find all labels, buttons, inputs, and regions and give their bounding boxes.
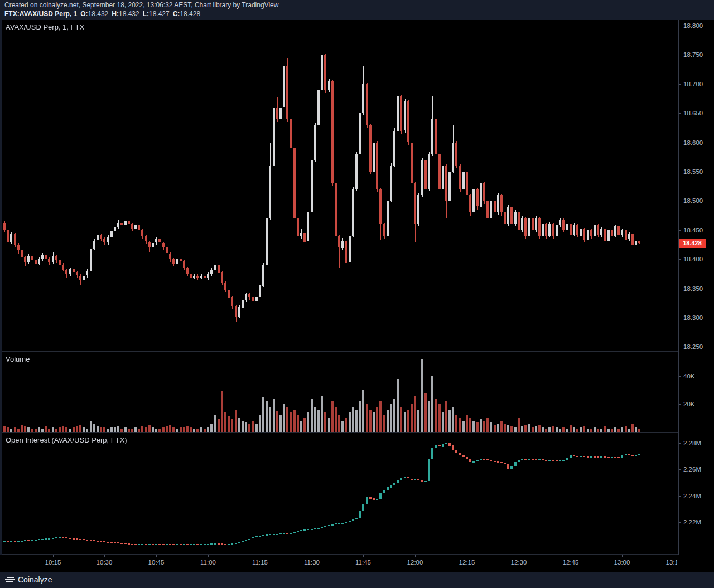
price-axis-label-tick: [679, 318, 681, 318]
price-axis-label: 18.300: [683, 314, 703, 322]
time-axis-tick: [260, 555, 260, 557]
price-axis-label-tick: [679, 172, 681, 172]
time-axis-tick: [519, 555, 519, 557]
price-axis-label: 18.550: [683, 168, 703, 176]
time-axis-tick: [363, 555, 364, 557]
price-axis-label: 18.250: [683, 343, 703, 351]
price-axis-label: 18.500: [683, 197, 703, 205]
created-line: Created on coinalyze.net, September 18, …: [4, 1, 714, 9]
coinalyze-brand-label[interactable]: Coinalyze: [18, 575, 52, 584]
symbol-interval-label: FTX:AVAX/USD Perp, 1: [4, 10, 77, 18]
time-axis-label: 11:45: [351, 559, 375, 566]
time-axis-tick: [571, 555, 571, 557]
time-axis-label: 11:00: [196, 559, 220, 566]
time-axis-labels: 10:1510:3010:4511:0011:1511:3011:4512:00…: [2, 555, 677, 572]
time-axis-label: 13:15: [662, 559, 677, 566]
volume-axis-label-tick: [679, 404, 681, 405]
time-axis-tick: [208, 555, 209, 557]
open-value: 18.432: [88, 10, 109, 18]
left-margin-strip: [0, 20, 2, 555]
price-axis-label-tick: [679, 26, 681, 26]
volume-pane-title: Volume: [6, 355, 30, 363]
oi-axis-label: 2.28M: [683, 439, 701, 447]
price-axis-label: 18.350: [683, 285, 703, 293]
symbol-ohlc-line: FTX:AVAX/USD Perp, 1O:18.432H:18.432L:18…: [4, 9, 714, 18]
price-pane-title: AVAX/USD Perp, 1, FTX: [6, 23, 84, 31]
time-axis-label: 11:15: [248, 559, 272, 566]
price-axis-label: 18.650: [683, 109, 703, 117]
time-axis-tick: [53, 555, 54, 557]
time-axis-tick: [156, 555, 157, 557]
oi-axis-label: 2.22M: [683, 518, 701, 526]
close-label: C:: [173, 10, 180, 18]
time-axis[interactable]: 10:1510:3010:4511:0011:1511:3011:4512:00…: [0, 555, 714, 572]
low-value: 18.427: [149, 10, 170, 18]
low-label: L:: [143, 10, 149, 18]
price-axis-label-tick: [679, 113, 681, 114]
chart-root: AVAX/USD Perp, 1, FTX Volume Open Intere…: [0, 20, 714, 571]
time-axis-label: 12:45: [558, 559, 583, 566]
time-axis-tick: [467, 555, 467, 557]
time-axis-label: 10:30: [92, 559, 117, 566]
open-interest-pane-title: Open Interest (AVAX/USD Perp, FTX): [6, 436, 127, 444]
last-price-badge: 18.428: [679, 239, 706, 248]
coinalyze-logo-icon[interactable]: [5, 576, 15, 583]
price-pane-canvas[interactable]: [2, 20, 678, 351]
time-axis-label: 10:45: [144, 559, 168, 566]
price-axis-label: 18.450: [683, 226, 703, 234]
time-axis-tick: [674, 555, 674, 557]
chart-header: Created on coinalyze.net, September 18, …: [0, 0, 714, 20]
price-axis-label-tick: [679, 84, 681, 85]
time-axis-label: 12:15: [455, 559, 479, 566]
oi-axis-label: 2.26M: [683, 465, 701, 473]
high-value: 18.432: [119, 10, 139, 18]
price-axis-label-tick: [679, 55, 681, 55]
price-axis-label: 18.800: [683, 22, 703, 30]
oi-axis-label-tick: [679, 469, 681, 470]
price-axis-label: 18.400: [683, 255, 703, 263]
oi-axis-label-tick: [679, 522, 681, 523]
time-axis-tick: [104, 555, 105, 557]
price-axis-label: 18.600: [683, 139, 703, 147]
oi-axis-label-tick: [679, 496, 681, 497]
open-interest-pane-canvas[interactable]: [2, 433, 678, 554]
time-axis-tick: [415, 555, 416, 557]
time-axis-label: 10:15: [41, 559, 65, 566]
volume-axis-label: 40K: [683, 372, 694, 380]
oi-axis-label-tick: [679, 443, 681, 444]
footer-bar: Coinalyze: [0, 571, 714, 588]
price-axis-label-tick: [679, 289, 681, 289]
volume-axis-label: 20K: [683, 400, 694, 408]
time-axis-label: 12:00: [403, 559, 427, 566]
volume-axis-label-tick: [679, 376, 681, 377]
price-axis-label-tick: [679, 347, 681, 347]
oi-axis-label: 2.24M: [683, 492, 701, 500]
time-axis-label: 13:00: [610, 559, 634, 566]
high-label: H:: [112, 10, 119, 18]
price-axis-label-tick: [679, 143, 681, 143]
time-axis-tick: [312, 555, 312, 557]
time-axis-tick: [622, 555, 623, 557]
price-axis[interactable]: 18.428 18.80018.75018.70018.65018.60018.…: [678, 20, 714, 555]
price-axis-label-tick: [679, 259, 681, 260]
time-axis-label: 12:30: [506, 559, 531, 566]
price-axis-label-tick: [679, 230, 681, 231]
price-axis-label: 18.750: [683, 51, 703, 59]
close-value: 18.428: [180, 10, 200, 18]
time-axis-label: 11:30: [300, 559, 324, 566]
open-label: O:: [80, 10, 88, 18]
volume-pane-canvas[interactable]: [2, 352, 678, 432]
price-axis-label-tick: [679, 201, 681, 201]
price-axis-label: 18.700: [683, 80, 703, 88]
